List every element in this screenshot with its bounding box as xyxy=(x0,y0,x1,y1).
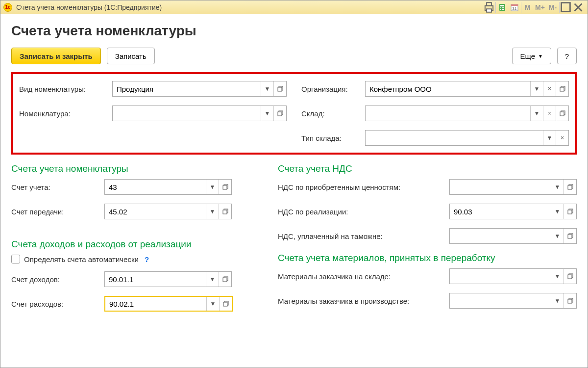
nomenclature-type-label: Вид номенклатуры: xyxy=(19,85,112,93)
close-icon[interactable] xyxy=(572,2,585,13)
dropdown-icon[interactable]: ▼ xyxy=(206,272,219,287)
svg-rect-14 xyxy=(562,3,570,12)
vat-sale-label: НДС по реализации: xyxy=(278,208,449,216)
dropdown-icon[interactable]: ▼ xyxy=(551,180,564,194)
help-button[interactable]: ? xyxy=(557,48,577,64)
vat-customs-label: НДС, уплаченный на таможне: xyxy=(278,232,449,240)
save-button[interactable]: Записать xyxy=(107,48,155,64)
account-label: Счет учета: xyxy=(11,183,104,191)
dropdown-icon[interactable]: ▼ xyxy=(206,297,219,311)
dropdown-icon[interactable]: ▼ xyxy=(530,106,543,121)
calculator-icon[interactable] xyxy=(495,2,508,13)
materials-in-prod-input[interactable] xyxy=(450,293,551,308)
auto-accounts-checkbox[interactable] xyxy=(11,255,20,263)
open-icon[interactable] xyxy=(219,272,231,287)
svg-rect-24 xyxy=(560,112,564,116)
more-button[interactable]: Еще ▼ xyxy=(512,48,551,64)
clear-icon[interactable]: × xyxy=(543,81,556,96)
org-label: Организация: xyxy=(301,85,365,93)
svg-rect-5 xyxy=(500,7,501,8)
transfer-field[interactable]: ▼ xyxy=(104,204,232,219)
memory-m-plus-button[interactable]: M+ xyxy=(534,2,546,13)
account-field[interactable]: ▼ xyxy=(104,179,232,195)
svg-rect-9 xyxy=(502,9,503,10)
vat-sale-input[interactable] xyxy=(450,204,551,219)
svg-text:31: 31 xyxy=(513,6,517,11)
svg-rect-7 xyxy=(503,7,504,8)
open-icon[interactable] xyxy=(219,204,231,219)
income-input[interactable] xyxy=(105,272,206,287)
open-icon[interactable] xyxy=(273,106,286,121)
dropdown-icon[interactable]: ▼ xyxy=(543,131,556,145)
account-input[interactable] xyxy=(105,180,206,194)
svg-rect-22 xyxy=(560,87,564,91)
open-icon[interactable] xyxy=(564,269,576,284)
vat-customs-input[interactable] xyxy=(450,229,551,243)
transfer-label: Счет передачи: xyxy=(11,208,104,216)
nomenclature-field[interactable]: ▼ xyxy=(112,105,287,121)
income-label: Счет доходов: xyxy=(11,275,104,284)
open-icon[interactable] xyxy=(564,204,576,219)
nomenclature-label: Номенклатура: xyxy=(19,109,112,118)
expense-field[interactable]: ▼ xyxy=(104,296,233,312)
memory-m-button[interactable]: M xyxy=(521,2,534,13)
nomenclature-type-field[interactable]: ▼ xyxy=(112,81,287,97)
vat-customs-field[interactable]: ▼ xyxy=(449,228,577,244)
vat-purchase-field[interactable]: ▼ xyxy=(449,179,577,195)
transfer-input[interactable] xyxy=(105,204,206,219)
svg-rect-32 xyxy=(223,302,227,306)
svg-rect-8 xyxy=(500,9,501,10)
svg-rect-20 xyxy=(278,112,282,116)
materials-in-prod-field[interactable]: ▼ xyxy=(449,293,577,309)
expense-label: Счет расходов: xyxy=(11,300,104,308)
warehouse-label: Склад: xyxy=(301,109,365,118)
dropdown-icon[interactable]: ▼ xyxy=(261,81,273,96)
clear-icon[interactable]: × xyxy=(543,106,556,121)
open-icon[interactable] xyxy=(564,229,576,243)
dropdown-icon[interactable]: ▼ xyxy=(551,204,564,219)
org-field[interactable]: ▼ × xyxy=(365,81,569,97)
vat-sale-field[interactable]: ▼ xyxy=(449,204,577,219)
nomenclature-input[interactable] xyxy=(113,106,261,121)
dropdown-icon[interactable]: ▼ xyxy=(551,293,564,308)
open-icon[interactable] xyxy=(219,297,232,311)
materials-on-stock-field[interactable]: ▼ xyxy=(449,268,577,284)
dropdown-icon[interactable]: ▼ xyxy=(261,106,273,121)
save-and-close-button[interactable]: Записать и закрыть xyxy=(11,48,101,64)
materials-on-stock-input[interactable] xyxy=(450,269,551,284)
chevron-down-icon: ▼ xyxy=(538,53,543,59)
maximize-icon[interactable] xyxy=(559,2,572,13)
income-field[interactable]: ▼ xyxy=(104,271,232,287)
help-icon[interactable]: ? xyxy=(145,255,149,263)
clear-icon[interactable]: × xyxy=(556,131,568,145)
open-icon[interactable] xyxy=(564,293,576,308)
warehouse-field[interactable]: ▼ × xyxy=(365,105,569,121)
print-icon[interactable] xyxy=(483,2,495,13)
dropdown-icon[interactable]: ▼ xyxy=(206,180,219,194)
dropdown-icon[interactable]: ▼ xyxy=(551,229,564,243)
org-input[interactable] xyxy=(366,81,530,96)
warehouse-input[interactable] xyxy=(366,106,530,121)
expense-input[interactable] xyxy=(105,297,206,311)
open-icon[interactable] xyxy=(273,81,286,96)
warehouse-type-field[interactable]: ▼ × xyxy=(365,130,569,146)
app-logo-icon: 1c xyxy=(3,3,12,12)
open-icon[interactable] xyxy=(556,81,568,96)
svg-rect-30 xyxy=(223,278,227,282)
open-icon[interactable] xyxy=(564,180,576,194)
svg-rect-28 xyxy=(223,210,227,214)
calendar-icon[interactable]: 31 xyxy=(508,2,521,13)
vat-purchase-label: НДС по приобретенным ценностям: xyxy=(278,183,449,191)
open-icon[interactable] xyxy=(219,180,231,194)
dropdown-icon[interactable]: ▼ xyxy=(206,204,219,219)
warehouse-type-input[interactable] xyxy=(366,131,543,145)
window-title: Счета учета номенклатуры (1С:Предприятие… xyxy=(16,3,483,11)
memory-m-minus-button[interactable]: M- xyxy=(546,2,559,13)
vat-purchase-input[interactable] xyxy=(450,180,551,194)
dropdown-icon[interactable]: ▼ xyxy=(551,269,564,284)
income-section-title: Счета доходов и расходов от реализации xyxy=(11,239,263,250)
dropdown-icon[interactable]: ▼ xyxy=(530,81,543,96)
open-icon[interactable] xyxy=(556,106,568,121)
nomenclature-type-input[interactable] xyxy=(113,81,261,96)
auto-accounts-label: Определять счета автоматически xyxy=(24,255,139,263)
